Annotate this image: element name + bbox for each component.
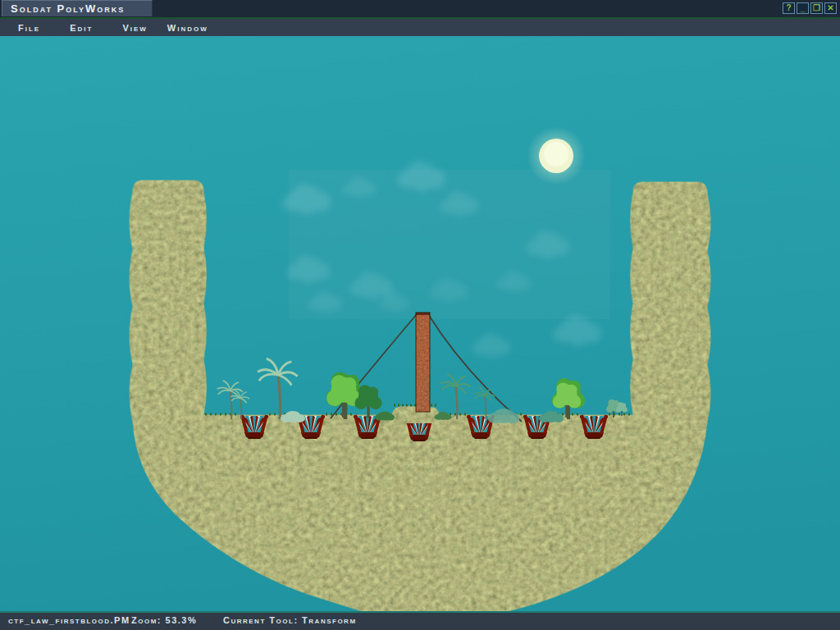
menu-view[interactable]: View [122, 23, 147, 33]
minimize-button[interactable]: _ [797, 2, 809, 14]
window-controls: ? _ ❐ ✕ [783, 2, 837, 14]
help-button[interactable]: ? [783, 2, 795, 14]
titlebar: Soldat PolyWorks ? _ ❐ ✕ [0, 0, 840, 19]
tower[interactable] [416, 313, 430, 412]
map-canvas[interactable] [0, 36, 840, 611]
status-filename: ctf_law_firstblood.PM [8, 615, 130, 625]
window-title: Soldat PolyWorks [2, 0, 153, 16]
menubar: File Edit View Window [0, 19, 840, 36]
menu-window[interactable]: Window [167, 23, 208, 33]
menu-edit[interactable]: Edit [70, 23, 93, 33]
sun[interactable] [527, 126, 586, 185]
close-button[interactable]: ✕ [824, 2, 837, 14]
app-window: Soldat PolyWorks ? _ ❐ ✕ File Edit View … [0, 0, 840, 630]
menu-file[interactable]: File [18, 23, 40, 33]
restore-button[interactable]: ❐ [810, 2, 823, 14]
status-current-tool: Current Tool: Transform [223, 615, 357, 625]
status-zoom: Zoom: 53.3% [131, 615, 197, 625]
statusbar: ctf_law_firstblood.PM Zoom: 53.3% Curren… [0, 611, 840, 630]
